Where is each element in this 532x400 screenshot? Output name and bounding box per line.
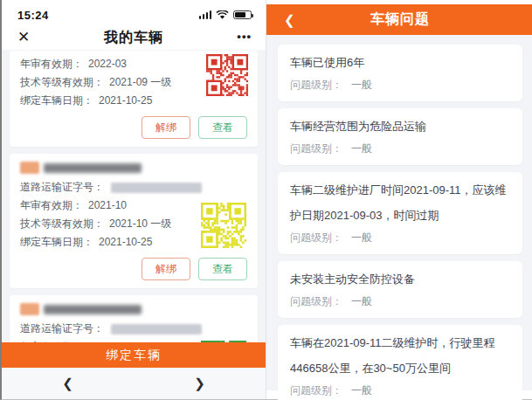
issue-level-label: 问题级别： [290,142,342,155]
close-icon[interactable]: ✕ [17,28,30,47]
vehicle-card: 年审有效期：2022-03 技术等级有效期：2021-09 一级 绑定车辆日期：… [10,51,258,147]
screenshot-stage: 15:24 ✕ 我的车辆 ••• 年审有效期：2022-03 技术等级有效期：2… [0,0,532,400]
issue-card: 车辆已使用6年 问题级别：一般 [278,45,522,101]
bind-vehicle-button[interactable]: 绑定车辆 [2,342,266,368]
vehicle-icon [20,303,39,315]
page-title: 我的车辆 [104,29,163,47]
issue-level-value: 一般 [351,295,372,307]
issue-level-value: 一般 [351,384,372,397]
issue-title: 车辆经营范围为危险品运输 [290,114,510,139]
back-icon[interactable]: ❮ [284,12,295,28]
nav-header: ✕ 我的车辆 ••• [2,26,266,50]
vehicle-list: 年审有效期：2022-03 技术等级有效期：2021-09 一级 绑定车辆日期：… [2,50,266,368]
issue-title: 车辆已使用6年 [290,50,510,75]
transport-cert-label: 道路运输证字号： [20,178,104,197]
tech-grade-label: 技术等级有效期： [20,76,104,88]
issue-card: 未安装主动安全防控设备 问题级别：一般 [278,261,522,318]
next-page-icon[interactable]: ❯ [134,376,266,391]
issues-list: 车辆已使用6年 问题级别：一般 车辆经营范围为危险品运输 问题级别：一般 车辆二… [266,35,532,390]
qr-code [206,54,248,96]
unbind-button[interactable]: 解绑 [142,116,190,139]
issue-card: 车辆二级维护进厂时间2021-09-11，应该维护日期2021-09-03，时间… [278,172,522,254]
tech-grade-value: 2021-09 一级 [109,76,171,88]
tech-grade-label: 技术等级有效期： [20,217,104,230]
issue-level-label: 问题级别： [290,231,342,244]
bind-date-value: 2021-10-25 [99,94,152,107]
transport-cert-redacted [111,183,202,193]
signal-icon [199,10,212,19]
issue-level-value: 一般 [351,79,372,91]
plate-number-redacted [44,305,142,314]
more-menu-icon[interactable]: ••• [237,26,252,47]
issue-level-label: 问题级别： [290,384,342,397]
vehicle-card: 道路运输证字号： 年审有效期：2021-10 技术等级有效期：2021-10 一… [10,154,258,288]
status-icons [199,10,252,20]
tech-grade-value: 2021-10 一级 [109,217,171,230]
bind-date-label: 绑定车辆日期： [20,236,93,248]
issue-title: 车辆在2021-09-11二级维护时，行驶里程446658公里，在30~50万公… [290,330,510,381]
battery-icon [233,10,252,19]
issue-title: 车辆二级维护进厂时间2021-09-11，应该维护日期2021-09-03，时间… [290,177,510,228]
my-vehicles-screen: 15:24 ✕ 我的车辆 ••• 年审有效期：2022-03 技术等级有效期：2… [2,0,266,399]
view-button[interactable]: 查看 [198,116,247,139]
issue-level-value: 一般 [351,231,372,244]
issue-card: 车辆在2021-09-11二级维护时，行驶里程446658公里，在30~50万公… [278,325,522,400]
wifi-icon [216,10,229,20]
annual-review-value: 2021-10 [88,199,127,211]
annual-review-label: 年审有效期： [20,199,83,211]
issue-level-value: 一般 [351,142,372,155]
status-bar: 15:24 [2,0,266,26]
prev-page-icon[interactable]: ❮ [2,376,134,391]
transport-cert-label: 道路运输证字号： [20,320,104,338]
issues-title: 车辆问题 [370,10,430,29]
annual-review-label: 年审有效期： [20,58,83,70]
vehicle-icon [20,162,39,174]
vehicle-issues-screen: ❮ 车辆问题 车辆已使用6年 问题级别：一般 车辆经营范围为危险品运输 问题级别… [266,0,532,399]
bind-date-label: 绑定车辆日期： [20,94,93,107]
issue-title: 未安装主动安全防控设备 [290,266,510,292]
issue-level-label: 问题级别： [290,295,342,307]
unbind-button[interactable]: 解绑 [142,258,190,280]
bind-date-value: 2021-10-25 [99,236,152,248]
issue-level-label: 问题级别： [290,79,342,91]
qr-code [201,203,246,248]
pager: ❮ ❯ [2,368,266,399]
issues-header: ❮ 车辆问题 [266,4,532,35]
transport-cert-redacted [111,324,202,334]
view-button[interactable]: 查看 [198,258,247,280]
issue-card: 车辆经营范围为危险品运输 问题级别：一般 [278,108,522,165]
status-time: 15:24 [17,9,49,22]
annual-review-value: 2022-03 [88,58,127,70]
plate-number-redacted [44,163,142,173]
